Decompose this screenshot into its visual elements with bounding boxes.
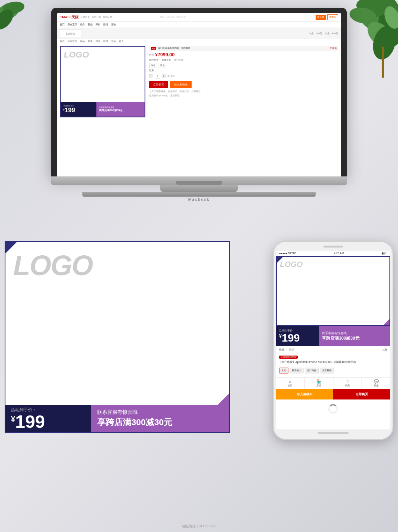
phone-screen: ●●●●● DEMO 4:20 AM ▮▮ □ LOGO 活动到手价： <box>276 251 390 429</box>
phone-screen-content: LOGO 活动到手价： ¥ 199 联系客服有惊喜哦 享跨店满300减30元 <box>276 256 390 418</box>
store-search-btn[interactable]: 搜本店 <box>327 14 338 20</box>
screen-detail-text: 有可以购买商品的哦。立即领取 <box>158 47 190 50</box>
screen-label-qty: 数量 <box>149 69 338 73</box>
phone-opt-mainland[interactable]: 大陆 <box>279 368 288 373</box>
qty-stock: 件 库存 <box>167 75 175 78</box>
macbook-label: MacBook <box>51 197 347 202</box>
phone-tab-service[interactable]: 💬 客服 <box>362 378 390 389</box>
phone-tab-bar: ⌂ 首页 🏪 店铺 ♡ 收藏 💬 客服 <box>276 377 390 389</box>
laptop-stand <box>160 185 238 192</box>
large-card-banner: 活动到手价： ¥ 199 联系客服有惊喜哦 享跨店满300减30元 <box>5 405 229 432</box>
phone-battery: ▮▮ □ <box>382 252 387 255</box>
qty-minus[interactable]: - <box>149 74 153 78</box>
phone-app-badge-row: 天猫APP抢先发 <box>279 352 387 359</box>
screen-detail-link[interactable]: 立即领 <box>330 47 337 50</box>
chat-icon: 💬 <box>374 379 379 384</box>
screen-search-btn[interactable]: 搜天猫 <box>316 15 326 20</box>
screen-opt1[interactable]: 白色 <box>149 63 157 68</box>
phone-outer: ●●●●● DEMO 4:20 AM ▮▮ □ LOGO 活动到手价： <box>273 241 393 440</box>
phone-tab-home[interactable]: ⌂ 首页 <box>276 378 305 389</box>
phone-add-cart-btn[interactable]: 加入购物车 <box>276 389 333 399</box>
large-card-logo-text: LOGO <box>13 249 93 281</box>
phone-status-bar: ●●●●● DEMO 4:20 AM ▮▮ □ <box>276 251 390 256</box>
screen-price-display: 价格 ¥7999.00 <box>149 52 338 58</box>
qty-value: 1 <box>155 74 160 79</box>
heart-icon: ♡ <box>346 379 349 384</box>
screen-svc2: 正品保证 <box>168 90 177 93</box>
nav-home[interactable]: 首页 <box>60 23 65 26</box>
laptop-screen: TMALL天猫 天猫首页 我的订单 我的天猫 搜索 天猫 商品 品牌 好货 搜天… <box>57 13 341 176</box>
phone-info-section: 快递： 月销 上海 天猫APP抢先发 【京宁医发】Apple苹果 iPhone … <box>276 346 390 366</box>
screen-price-label: 价格 <box>149 53 154 57</box>
tmall-logo: TMALL天猫 <box>60 15 79 20</box>
buy-now-btn[interactable]: 立即购买 <box>149 81 168 88</box>
home-icon: ⌂ <box>289 379 291 384</box>
phone-opt-ram[interactable]: 运行内存 <box>305 368 319 373</box>
phone-banner-price-section: 活动到手价： ¥ 199 <box>276 326 319 346</box>
laptop-foot <box>82 192 316 197</box>
laptop-mockup: TMALL天猫 天猫首页 我的订单 我的天猫 搜索 天猫 商品 品牌 好货 搜天… <box>51 8 347 202</box>
nav-all[interactable]: 所有宝贝 <box>68 23 77 26</box>
svg-rect-6 <box>382 47 384 78</box>
screen-svc3: 闪电发货 <box>180 90 189 93</box>
nav-activity[interactable]: 活动 <box>111 23 116 26</box>
screen-service-row: 七天无理由退换 正品保证 闪电发货 分期付款 <box>149 90 338 93</box>
large-card-image-area: LOGO <box>5 242 229 405</box>
large-banner-price-section: 活动到手价： ¥ 199 <box>5 405 91 432</box>
phone-tab-store[interactable]: 🏪 店铺 <box>305 378 333 389</box>
large-banner-price: ¥ 199 <box>11 413 86 431</box>
laptop-base <box>51 176 347 185</box>
phone-product-title: 【京宁医发】Apple苹果 iPhone 6s Plus 32G 全网通4G智能… <box>279 360 387 364</box>
plant-decoration-left <box>0 0 31 39</box>
phone-opt-input[interactable]: 标准输入 <box>290 368 304 373</box>
screen-qty-row: - 1 + 件 库存 <box>149 74 338 79</box>
large-product-card: LOGO 活动到手价： ¥ 199 联系客服有惊喜哦 享跨店满300减30元 <box>5 241 230 433</box>
screen-option-btns: 白色 黑色 <box>149 63 338 68</box>
screen-product-detail: 天猫 有可以购买商品的哦。立即领取 立即领 价格 ¥7999.00 颜色分类 套… <box>149 46 338 117</box>
phone-corner-tl <box>277 257 283 263</box>
phone-price-banner: 活动到手价： ¥ 199 联系客服有惊喜哦 享跨店满300减30元 <box>276 326 390 346</box>
corner-decoration-br <box>218 393 229 405</box>
qty-plus[interactable]: + <box>162 74 166 78</box>
phone-loader <box>276 399 390 418</box>
phone-delivery-label: 快递： <box>279 348 287 352</box>
large-banner-price-num: 199 <box>15 413 45 431</box>
banner-price-section: 活动到手价： ¥ 199 <box>61 102 96 117</box>
screen-logo-area: LOGO 50元100元50元100元 <box>57 28 341 39</box>
phone-banner-promo-section: 联系客服有惊喜哦 享跨店满300减30元 <box>319 326 390 346</box>
screen-search-bar[interactable]: 搜索 天猫 商品 品牌 好货 <box>158 15 314 20</box>
phone-banner-promo-bottom: 享跨店满300减30元 <box>322 335 387 341</box>
phone-home-bar[interactable] <box>318 432 349 434</box>
screen-info-row1: 颜色分类 套餐类型 运行内存 <box>149 58 338 62</box>
phone-tab-fav[interactable]: ♡ 收藏 <box>333 378 362 389</box>
phone-product-image: LOGO <box>276 256 390 326</box>
screen-svc1: 七天无理由退换 <box>149 90 166 93</box>
screen-label-color: 颜色分类 <box>149 58 159 62</box>
phone-mockup: ●●●●● DEMO 4:20 AM ▮▮ □ LOGO 活动到手价： <box>273 241 393 440</box>
screen-topbar: TMALL天猫 天猫首页 我的订单 我的天猫 搜索 天猫 商品 品牌 好货 搜天… <box>57 13 341 22</box>
screen-product-logo: LOGO <box>64 50 89 60</box>
laptop-notch <box>176 181 222 185</box>
phone-location: 上海 <box>382 348 387 352</box>
phone-opt-plan[interactable]: 无套餐的 <box>320 368 334 373</box>
add-cart-btn[interactable]: 加入购物车 <box>170 81 192 88</box>
nav-new[interactable]: 新品 <box>88 23 93 26</box>
screen-label-storage: 运行内存 <box>174 58 183 62</box>
screen-action-buttons: 立即购买 加入购物车 <box>149 81 338 88</box>
banner-price-value: ¥ 199 <box>63 107 94 114</box>
corner-decoration-tl <box>5 242 17 253</box>
screen-subnav: 首页所有宝贝新品热卖精选限时活动首页 <box>57 39 341 44</box>
phone-app-badge: 天猫APP抢先发 <box>279 356 298 359</box>
phone-buy-now-btn[interactable]: 立即购买 <box>333 389 390 399</box>
macbook-label-wrapper: MacBook <box>51 185 347 202</box>
phone-tab-store-label: 店铺 <box>316 384 321 387</box>
nav-limited[interactable]: 限时 <box>103 23 108 26</box>
screen-nav-links: 天猫首页 我的订单 我的天猫 <box>80 16 157 19</box>
screen-product-image: LOGO 活动到手价： ¥ 199 联系客服有惊喜哦 <box>60 46 145 117</box>
nav-popular[interactable]: 爆款 <box>96 23 100 26</box>
screen-opt2[interactable]: 黑色 <box>159 63 166 68</box>
laptop-body: TMALL天猫 天猫首页 我的订单 我的天猫 搜索 天猫 商品 品牌 好货 搜天… <box>51 8 347 176</box>
screen-reviews: 已有评价 (4384条) 累积评论 <box>149 94 338 98</box>
nav-hot[interactable]: 热卖 <box>80 23 85 26</box>
screen-vouchers: 50元100元50元100元 <box>309 32 338 35</box>
